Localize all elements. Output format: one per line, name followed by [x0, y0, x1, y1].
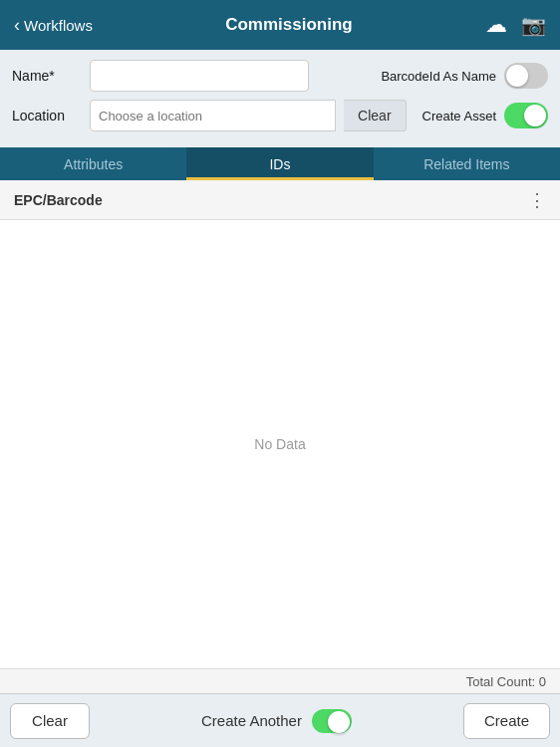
name-input[interactable]: [90, 60, 309, 92]
barcode-as-name-toggle[interactable]: [504, 63, 548, 89]
back-label: Workflows: [24, 17, 93, 34]
create-another-toggle[interactable]: [312, 709, 352, 733]
barcode-as-name-label: BarcodeId As Name: [381, 69, 496, 84]
location-row: Location Clear Create Asset: [12, 100, 548, 131]
create-asset-toggle[interactable]: [504, 103, 548, 128]
tab-bar: Attributes IDs Related Items: [0, 147, 560, 180]
create-another-section: Create Another: [98, 709, 455, 733]
no-data-text: No Data: [254, 436, 305, 452]
table-content: No Data: [0, 220, 560, 668]
chevron-left-icon: ‹: [14, 15, 20, 36]
column-header: EPC/Barcode: [14, 192, 103, 208]
more-options-icon[interactable]: ⋮: [528, 189, 546, 211]
tab-attributes[interactable]: Attributes: [0, 147, 186, 180]
create-button[interactable]: Create: [463, 703, 550, 739]
bottom-bar: Clear Create Another Create: [0, 693, 560, 747]
name-label: Name*: [12, 68, 82, 84]
cloud-icon[interactable]: ☁: [485, 12, 507, 38]
location-input[interactable]: [90, 100, 336, 131]
name-row: Name* BarcodeId As Name: [12, 60, 548, 92]
create-asset-label: Create Asset: [422, 109, 496, 124]
app-header: ‹ Workflows Commissioning ☁ 📷: [0, 0, 560, 50]
total-count-bar: Total Count: 0: [0, 668, 560, 693]
back-button[interactable]: ‹ Workflows: [14, 15, 93, 36]
header-actions: ☁ 📷: [485, 12, 546, 38]
location-label: Location: [12, 108, 82, 124]
create-another-label: Create Another: [201, 712, 302, 729]
tab-related-items[interactable]: Related Items: [374, 147, 560, 180]
tab-related-items-label: Related Items: [423, 156, 509, 172]
bottom-clear-button[interactable]: Clear: [10, 703, 90, 739]
tab-ids[interactable]: IDs: [186, 147, 373, 180]
table-header: EPC/Barcode ⋮: [0, 180, 560, 220]
tab-ids-label: IDs: [269, 156, 290, 172]
total-count-label: Total Count: 0: [466, 674, 546, 689]
page-title: Commissioning: [225, 15, 353, 35]
camera-icon[interactable]: 📷: [521, 13, 546, 37]
tab-attributes-label: Attributes: [64, 156, 123, 172]
clear-location-button[interactable]: Clear: [344, 100, 406, 131]
form-area: Name* BarcodeId As Name Location Clear C…: [0, 50, 560, 147]
